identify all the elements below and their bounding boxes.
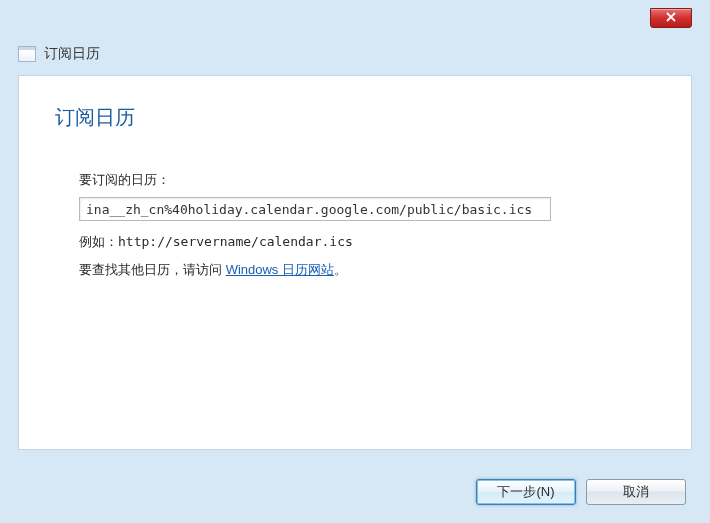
windows-calendar-link[interactable]: Windows 日历网站: [226, 262, 334, 277]
close-button[interactable]: [650, 8, 692, 28]
url-field-label: 要订阅的日历：: [79, 171, 655, 189]
next-button[interactable]: 下一步(N): [476, 479, 576, 505]
help-prefix: 要查找其他日历，请访问: [79, 262, 226, 277]
calendar-icon: [18, 46, 36, 62]
content-panel: 订阅日历 要订阅的日历： 例如：http://servername/calend…: [18, 75, 692, 450]
title-bar: 订阅日历: [0, 0, 710, 75]
button-bar: 下一步(N) 取消: [476, 479, 686, 505]
example-text: 例如：http://servername/calendar.ics: [79, 233, 655, 251]
page-heading: 订阅日历: [55, 104, 655, 131]
calendar-url-input[interactable]: [79, 197, 551, 221]
window-title: 订阅日历: [44, 45, 100, 63]
cancel-button[interactable]: 取消: [586, 479, 686, 505]
close-icon: [666, 11, 676, 25]
help-line: 要查找其他日历，请访问 Windows 日历网站。: [79, 261, 655, 279]
help-suffix: 。: [334, 262, 347, 277]
